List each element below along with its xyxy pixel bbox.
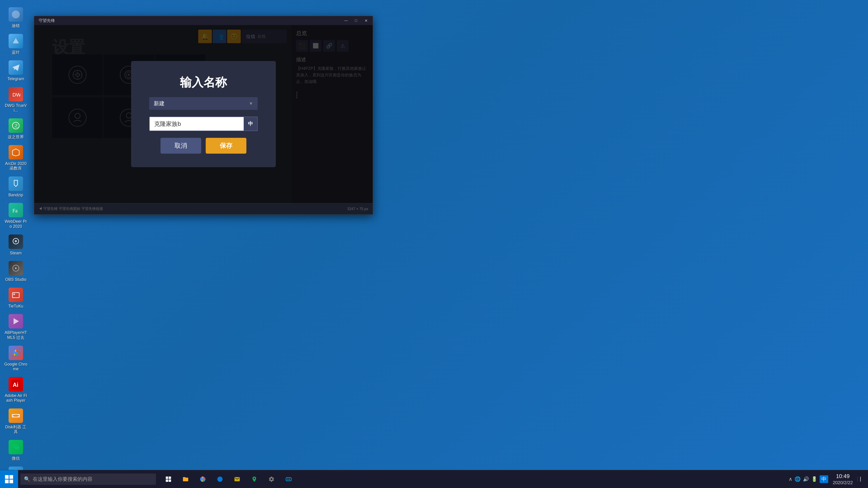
obs-icon [8, 261, 23, 275]
clock[interactable]: 10:49 2020/2/22 [833, 473, 853, 486]
explorer-taskbar-button[interactable] [178, 471, 193, 487]
modal-title: 输入名称 [180, 74, 227, 90]
svg-rect-44 [168, 477, 171, 479]
input-lang-indicator: 中 [244, 117, 257, 131]
desktop-icon-label-game: 这之世界 [8, 135, 24, 140]
desktop-icon-steam[interactable]: Steam [2, 232, 29, 258]
desktop-icons-panel: 迪错 蓝叶 Telegram DWG DWG TrueVi... 之 这之世界 [0, 0, 32, 470]
tietuku-icon [8, 288, 23, 302]
maps-taskbar-button[interactable] [246, 471, 262, 487]
arcdir-icon [8, 145, 23, 160]
svg-rect-45 [166, 480, 168, 482]
desktop-icon-tietuku[interactable]: TieTuKu [2, 285, 29, 312]
close-button[interactable]: ✕ [362, 18, 370, 24]
modal-dropdown[interactable]: 新建 ▼ [149, 97, 258, 110]
telegram-icon [8, 60, 23, 75]
desktop-icon-label-wechat: 微信 [12, 456, 20, 461]
battery-icon: 🔋 [811, 476, 817, 482]
cancel-button[interactable]: 取消 [160, 138, 201, 154]
blue-icon [8, 34, 23, 48]
svg-point-11 [16, 268, 17, 269]
minimize-button[interactable]: — [342, 18, 350, 24]
modal-dialog: 输入名称 新建 ▼ 中 取消 保存 [131, 61, 276, 167]
svg-rect-43 [166, 477, 168, 479]
desktop-icon-blue[interactable]: 蓝叶 [2, 31, 29, 58]
svg-point-17 [14, 351, 18, 354]
desktop-icon-label-webdeer: WebDeer Pro 2020 [4, 219, 28, 229]
modal-overlay: 输入名称 新建 ▼ 中 取消 保存 [34, 25, 373, 203]
svg-text:之: 之 [14, 123, 18, 128]
desktop-icon-agentemu[interactable]: ABPlayerHTML5 过去 [2, 311, 29, 343]
svg-point-53 [289, 479, 290, 480]
date-display: 2020/2/22 [833, 480, 853, 486]
save-button[interactable]: 保存 [206, 138, 246, 154]
desktop-icon-obs[interactable]: OBS Studio [2, 258, 29, 285]
network-icon: 🌐 [795, 476, 801, 482]
desktop-icon-dwg[interactable]: DWG DWG TrueVi... [2, 84, 29, 116]
show-desktop-button[interactable]: ▏ [857, 477, 864, 482]
volume-icon[interactable]: 🔊 [803, 476, 809, 482]
desktop-icon-wechat[interactable]: 微信 [2, 437, 29, 464]
name-input[interactable] [150, 117, 244, 131]
desktop-icon-label-bandzip: Bandzip [8, 193, 23, 198]
start-button[interactable] [0, 470, 18, 488]
desktop-icon-game[interactable]: 之 这之世界 [2, 116, 29, 142]
svg-point-23 [14, 446, 20, 449]
svg-point-8 [15, 240, 17, 242]
photos-taskbar-button[interactable] [212, 471, 228, 487]
settings-taskbar-button[interactable] [264, 471, 279, 487]
desktop-icon-label-telegram: Telegram [7, 76, 24, 82]
desktop-icon-webdeer[interactable]: Fa WebDeer Pro 2020 [2, 200, 29, 232]
chrome-taskbar-button[interactable] [195, 471, 211, 487]
desktop-icon-label-adobe: Adobe Air Flash Player [4, 393, 28, 403]
svg-marker-14 [13, 318, 19, 325]
agentemu-icon [8, 314, 23, 328]
diskutil-icon [8, 409, 23, 423]
adobe-icon: Ai [8, 377, 23, 392]
desktop-icon-telegram[interactable]: Telegram [2, 58, 29, 84]
desktop-icon-bandzip[interactable]: Bandzip [2, 174, 29, 200]
window-content: 设置 🔔 👥 😊 位信 在线 [34, 25, 373, 203]
window-titlebar: 守望先锋 — □ ✕ [34, 16, 373, 25]
bottom-bar-right-text: 3247 × 75 px [347, 207, 368, 211]
bottom-bar-left-text: ◀ 守望先锋 守望先锋图标 守望先锋链接 [39, 206, 103, 211]
search-icon: 🔍 [24, 476, 30, 482]
svg-point-20 [12, 414, 20, 417]
taskbar-search-box[interactable]: 🔍 在这里输入你要搜索的内容 [20, 474, 156, 485]
svg-point-13 [13, 293, 15, 295]
wechat-icon [8, 440, 23, 454]
system-tray: ∧ 🌐 🔊 🔋 中 [789, 475, 828, 483]
desktop-icon-label-dwg: DWG TrueVi... [4, 103, 28, 113]
tray-chevron[interactable]: ∧ [789, 476, 792, 482]
svg-rect-12 [12, 293, 19, 298]
desktop-icon-label-arcdir: ArcDir 2020 函数库 [4, 161, 28, 171]
taskview-button[interactable] [160, 471, 176, 487]
window-bottom-bar: ◀ 守望先锋 守望先锋图标 守望先锋链接 3247 × 75 px [34, 203, 373, 215]
desktop-icon-label-chrome: Google Chrome [4, 362, 28, 372]
bandzip-icon [8, 176, 23, 191]
svg-rect-50 [286, 478, 291, 481]
time-display: 10:49 [833, 473, 853, 480]
steam-icon [8, 234, 23, 249]
dropdown-label: 新建 [154, 100, 164, 107]
svg-text:DWG: DWG [12, 92, 20, 98]
desktop-icon-chrome[interactable]: Google Chrome [2, 343, 29, 375]
dropdown-arrow-icon: ▼ [249, 101, 253, 106]
svg-point-49 [202, 478, 204, 480]
modal-input-row: 中 [149, 117, 258, 131]
mail-taskbar-button[interactable] [229, 471, 245, 487]
ime-label[interactable]: 中 [819, 475, 828, 483]
svg-text:Fa: Fa [12, 208, 18, 214]
desktop-icon-label-obs: OBS Studio [5, 277, 26, 282]
svg-rect-46 [168, 480, 171, 482]
taskbar: 🔍 在这里输入你要搜索的内容 [0, 470, 868, 488]
game-taskbar-button[interactable] [281, 471, 297, 487]
desktop-icon-dicuo[interactable]: 迪错 [2, 4, 29, 31]
desktop-icon-adobe[interactable]: Ai Adobe Air Flash Player [2, 375, 29, 406]
desktop-icon-diskutil[interactable]: Disk利器 工具 [2, 406, 29, 437]
desktop-icon-label-steam: Steam [10, 251, 22, 256]
maximize-button[interactable]: □ [351, 18, 361, 24]
desktop-icon-arcdir[interactable]: ArcDir 2020 函数库 [2, 142, 29, 174]
window-title: 守望先锋 [39, 18, 342, 23]
taskbar-right: ∧ 🌐 🔊 🔋 中 10:49 2020/2/22 ▏ [784, 473, 868, 486]
